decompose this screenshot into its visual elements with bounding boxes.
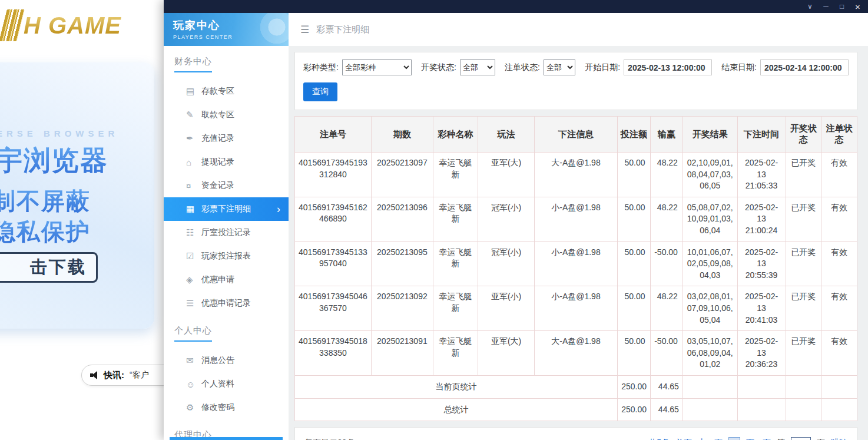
summary-empty-cell <box>821 375 857 398</box>
start-date-label: 开始日期: <box>585 62 620 73</box>
sidebar-item-lottery-bet-details[interactable]: ▦彩票下注明细› <box>164 197 289 221</box>
draw-status-label: 开奖状态: <box>421 62 456 73</box>
pager: 共5条 首页 上一页 1 下一页 第 页 跳转 <box>648 437 847 440</box>
sidebar-item-withdraw-zone[interactable]: ✎取款专区 <box>164 103 289 127</box>
total-count: 共5条 <box>648 438 670 440</box>
first-page-link[interactable]: 首页 <box>675 438 692 440</box>
summary-empty-cell <box>683 398 737 421</box>
sidebar-item-deposit-zone[interactable]: ▤存款专区 <box>164 80 289 103</box>
start-date-input[interactable] <box>624 59 712 75</box>
end-date-input[interactable] <box>760 59 849 75</box>
lottery-type-label: 彩种类型: <box>303 62 339 73</box>
table-cell: 48.22 <box>650 197 683 241</box>
jump-link[interactable]: 跳转 <box>831 438 847 440</box>
filter-row: 彩种类型: 全部彩种 开奖状态: 全部 注单状态: 全部 开始日期: 结束日期: <box>303 59 849 75</box>
table-header-row: 注单号期数彩种名称玩法下注信息投注额输赢开奖结果下注时间开奖状态注单状态 <box>295 117 857 153</box>
table-cell: 401569173945018338350 <box>295 331 372 376</box>
sidebar-item-label: 修改密码 <box>201 402 234 413</box>
sidebar-title: 玩家中心 <box>173 18 289 32</box>
next-page-link[interactable]: 下一页 <box>746 438 771 440</box>
sidebar-header: 玩家中心 PLAYERS CENTER <box>164 13 289 46</box>
page-title: 彩票下注明细 <box>316 24 369 35</box>
lottery-bets-icon: ▦ <box>186 204 201 214</box>
sidebar-item-message-board[interactable]: ✉消息公告 <box>164 349 289 372</box>
table-cell: 冠军(小) <box>478 241 535 286</box>
sidebar-item-promo-apply-record[interactable]: ☰优惠申请记录 <box>164 292 289 315</box>
table-cell: 20250213095 <box>371 241 433 286</box>
table-cell: 48.22 <box>650 153 683 197</box>
table-cell: -50.00 <box>650 331 683 376</box>
screen: H GAME ERSE BROWSER 宇浏览器 制不屏蔽 隐私保护 击下载 快… <box>0 0 868 440</box>
table-cell: 有效 <box>821 153 857 197</box>
table-cell: 50.00 <box>618 241 650 286</box>
table-cell: 有效 <box>821 241 857 286</box>
page-suffix-label: 页 <box>817 438 825 440</box>
search-button[interactable]: 查询 <box>303 82 337 101</box>
background-page: H GAME ERSE BROWSER 宇浏览器 制不屏蔽 隐私保护 击下载 快… <box>0 0 164 440</box>
maximize-button[interactable]: □ <box>834 0 850 13</box>
table-cell: 401569173945193312840 <box>295 153 372 197</box>
sidebar-item-profile[interactable]: ☺个人资料 <box>164 372 289 396</box>
jump-page-input[interactable] <box>791 437 811 440</box>
minimize-button[interactable]: ─ <box>818 0 834 13</box>
table-cell: 幸运飞艇新 <box>433 153 478 197</box>
promo-record-icon: ☰ <box>186 298 201 309</box>
nav-section-heading: 财务中心 <box>164 46 289 72</box>
sidebar-subtitle: PLAYERS CENTER <box>173 34 289 40</box>
table-cell: 20250213091 <box>371 331 433 376</box>
current-page[interactable]: 1 <box>728 437 740 440</box>
table-row: 40156917394513395704020250213095幸运飞艇新冠军(… <box>295 241 857 286</box>
lottery-type-select[interactable]: 全部彩种 <box>342 59 412 75</box>
table-cell: 已开奖 <box>786 331 821 376</box>
withdraw-pen-icon: ✎ <box>186 110 201 120</box>
player-center-window: ∨ ─ □ × 玩家中心 PLAYERS CENTER 财务中心▤存款专区✎取款… <box>164 0 868 440</box>
sidebar-item-withdraw-record[interactable]: ⌂提现记录 <box>164 150 289 174</box>
table-cell: 幸运飞艇新 <box>433 286 478 331</box>
sidebar-item-change-password[interactable]: ⚙修改密码 <box>164 396 289 419</box>
sidebar-item-label: 优惠申请记录 <box>201 298 251 309</box>
table-cell: 20250213097 <box>371 153 433 197</box>
sidebar-item-label: 提现记录 <box>201 157 234 167</box>
column-header: 开奖状态 <box>786 117 821 153</box>
ticker-label: 快讯: <box>104 370 124 381</box>
deposit-icon: ▤ <box>186 86 201 97</box>
site-logo: H GAME <box>0 0 164 51</box>
main-content: ☰ 彩票下注明细 彩种类型: 全部彩种 开奖状态: 全部 注单状态: 全部 开始… <box>289 13 868 440</box>
table-cell: 03,02,08,01,07,09,10,06,05,04 <box>683 286 737 331</box>
table-cell: 50.00 <box>618 286 650 331</box>
summary-winloss-total: 44.65 <box>650 398 683 421</box>
summary-empty-cell <box>786 398 821 421</box>
sidebar-item-recharge-record[interactable]: ✒充值记录 <box>164 127 289 150</box>
speaker-icon <box>90 371 98 379</box>
draw-status-select[interactable]: 全部 <box>460 59 495 75</box>
window-titlebar: ∨ ─ □ × <box>164 0 868 13</box>
sidebar-item-funds-record[interactable]: ¤资金记录 <box>164 174 289 197</box>
table-cell: 亚军(大) <box>478 153 535 197</box>
bet-status-select[interactable]: 全部 <box>544 59 575 75</box>
content-topbar: ☰ 彩票下注明细 <box>289 13 868 46</box>
table-cell: 20250213092 <box>371 286 433 331</box>
sidebar-item-label: 消息公告 <box>201 355 234 366</box>
sidebar-item-player-bet-report[interactable]: ☑玩家投注报表 <box>164 244 289 268</box>
sidebar-nav: 财务中心▤存款专区✎取款专区✒充值记录⌂提现记录¤资金记录▦彩票下注明细›☷厅室… <box>164 46 289 440</box>
user-icon: ☺ <box>186 379 201 389</box>
table-cell: 小-A盘@1.98 <box>534 241 617 286</box>
window-body: 玩家中心 PLAYERS CENTER 财务中心▤存款专区✎取款专区✒充值记录⌂… <box>164 13 868 440</box>
close-button[interactable]: × <box>850 0 866 13</box>
chevron-down-icon[interactable]: ∨ <box>802 0 818 13</box>
sidebar-item-label: 个人资料 <box>201 379 234 389</box>
table-cell: 401569173945133957040 <box>295 241 372 286</box>
table-cell: 已开奖 <box>786 241 821 286</box>
sidebar-item-promo-apply[interactable]: ◈优惠申请 <box>164 268 289 292</box>
summary-empty-cell <box>821 398 857 421</box>
sidebar-item-hall-bet-record[interactable]: ☷厅室投注记录 <box>164 221 289 244</box>
download-button[interactable]: 击下载 <box>0 252 98 283</box>
table-row: 40156917394504636757020250213092幸运飞艇新亚军(… <box>295 286 857 331</box>
prev-page-link[interactable]: 上一页 <box>698 438 723 440</box>
menu-toggle-icon[interactable]: ☰ <box>300 24 309 36</box>
sidebar-item-label: 优惠申请 <box>201 274 234 285</box>
promo-banner: ERSE BROWSER 宇浏览器 制不屏蔽 隐私保护 击下载 <box>0 51 164 342</box>
sidebar-item-label: 玩家投注报表 <box>201 251 251 262</box>
funds-icon: ¤ <box>186 181 201 191</box>
summary-label: 总统计 <box>295 398 618 421</box>
